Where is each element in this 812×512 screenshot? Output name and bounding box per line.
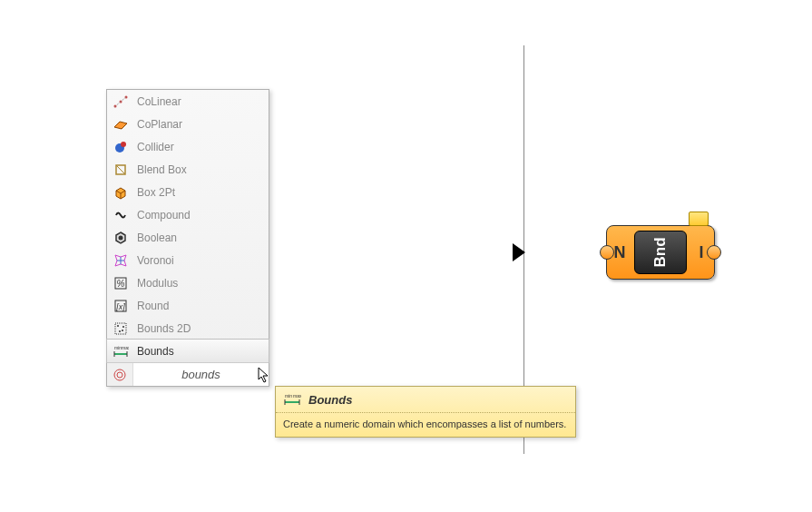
bounds-icon: minmax	[112, 342, 130, 360]
svg-point-21	[114, 369, 125, 380]
bounds-2d-icon	[112, 320, 130, 338]
svg-point-13	[122, 326, 124, 328]
menu-item-bounds-2d[interactable]: Bounds 2D	[107, 317, 269, 340]
svg-point-5	[121, 142, 126, 147]
modulus-icon: %	[112, 274, 130, 292]
node-input-port[interactable]	[600, 245, 614, 260]
svg-point-12	[117, 325, 119, 327]
menu-item-label: Compound	[137, 209, 191, 222]
blend-box-icon	[112, 161, 130, 179]
arrow-right-icon	[513, 243, 525, 261]
menu-item-coplanar[interactable]: CoPlanar	[107, 113, 269, 135]
search-target-icon	[107, 363, 133, 386]
menu-item-label: Bounds	[137, 345, 174, 358]
svg-text:max: max	[122, 345, 129, 350]
svg-text:[x]: [x]	[115, 302, 125, 311]
svg-rect-11	[115, 323, 126, 334]
menu-item-label: Round	[137, 300, 169, 312]
menu-item-boolean[interactable]: Boolean	[107, 226, 269, 249]
node-center: Bnd	[634, 231, 687, 274]
menu-item-label: Box 2Pt	[137, 186, 175, 199]
menu-item-label: Boolean	[137, 231, 177, 244]
menu-item-modulus[interactable]: % Modulus	[107, 271, 269, 294]
menu-item-bounds[interactable]: minmax Bounds	[106, 339, 269, 363]
menu-item-collider[interactable]: Collider	[107, 135, 269, 158]
menu-item-label: Modulus	[137, 277, 178, 290]
menu-item-colinear[interactable]: CoLinear	[107, 90, 269, 113]
menu-item-label: Collider	[137, 141, 174, 153]
search-row: bounds	[107, 362, 269, 386]
svg-point-2	[125, 95, 128, 98]
menu-item-label: Voronoi	[137, 254, 174, 267]
round-icon: [x]	[112, 297, 130, 315]
component-search-menu: CoLinear CoPlanar Collider Blend Box Box…	[106, 89, 269, 387]
svg-point-6	[119, 235, 123, 240]
menu-item-label: CoLinear	[137, 95, 181, 108]
boolean-icon	[112, 229, 130, 247]
menu-item-compound[interactable]: Compound	[107, 203, 269, 226]
svg-point-22	[117, 372, 122, 378]
bounds-icon: minmax	[283, 391, 301, 408]
menu-item-label: Bounds 2D	[137, 322, 191, 335]
tooltip-body: Create a numeric domain which encompasse…	[276, 413, 575, 437]
menu-item-voronoi[interactable]: Voronoi	[107, 249, 269, 271]
svg-point-15	[122, 330, 123, 331]
svg-text:max: max	[293, 393, 301, 399]
menu-item-box-2pt[interactable]: Box 2Pt	[107, 181, 269, 203]
node-output-port[interactable]	[707, 245, 721, 260]
svg-point-14	[119, 330, 121, 332]
menu-item-label: CoPlanar	[137, 118, 182, 131]
tooltip: minmax Bounds Create a numeric domain wh…	[275, 386, 576, 438]
svg-text:%: %	[117, 279, 125, 289]
svg-text:min: min	[285, 393, 292, 399]
menu-item-label: Blend Box	[137, 163, 187, 176]
tooltip-title: Bounds	[308, 393, 352, 407]
voronoi-icon	[112, 251, 130, 270]
coplanar-icon	[112, 115, 130, 133]
box-2pt-icon	[112, 183, 130, 202]
compound-icon	[112, 206, 130, 224]
collider-icon	[112, 138, 130, 156]
colinear-icon	[112, 93, 130, 111]
menu-item-round[interactable]: [x] Round	[107, 294, 269, 317]
node-name-label: Bnd	[651, 237, 670, 267]
search-input[interactable]: bounds	[133, 368, 269, 381]
menu-item-blend-box[interactable]: Blend Box	[107, 158, 269, 181]
bounds-component-node[interactable]: N Bnd I	[606, 225, 715, 280]
node-flag-icon	[689, 212, 709, 226]
tooltip-header: minmax Bounds	[276, 387, 575, 413]
